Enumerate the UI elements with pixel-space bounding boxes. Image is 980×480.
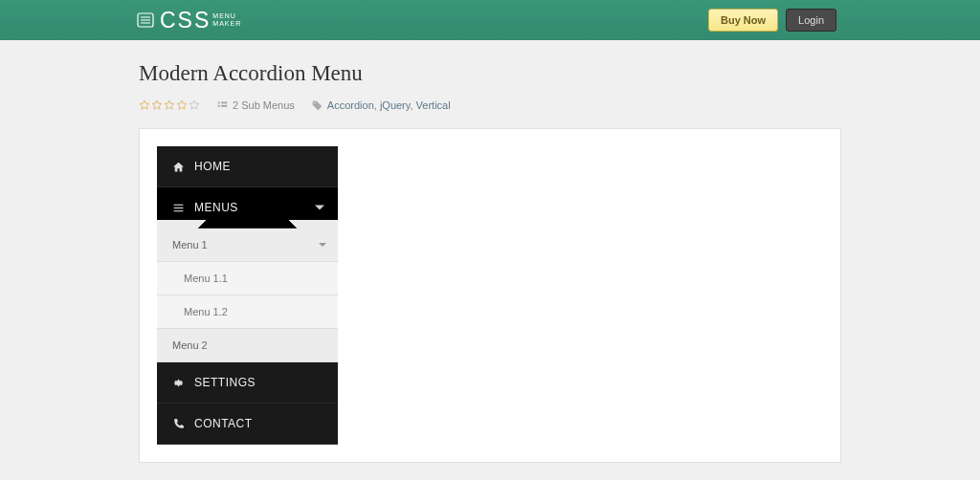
buy-now-button[interactable]: Buy Now <box>708 9 778 32</box>
phone-icon <box>172 418 185 430</box>
svg-rect-7 <box>221 104 227 106</box>
submenu: Menu 1 Menu 1.1 Menu 1.2 Menu 2 <box>157 229 338 362</box>
rating-stars[interactable] <box>139 99 200 111</box>
submenu-sub-item[interactable]: Menu 1.1 <box>157 262 338 295</box>
list-icon <box>217 100 228 111</box>
main-container: Modern Accordion Menu 2 Sub Menus Accord… <box>139 40 841 463</box>
header-buttons: Buy Now Login <box>708 9 836 32</box>
page-title: Modern Accordion Menu <box>139 61 841 86</box>
submenu-item[interactable]: Menu 1 <box>157 229 338 262</box>
menu-label: MENUS <box>194 201 238 214</box>
star-icon <box>139 99 150 111</box>
accordion-menu: HOME MENUS Menu 1 Menu 1.1 Menu 1.2 Menu… <box>157 146 338 445</box>
tag-link[interactable]: Accordion <box>327 99 374 111</box>
star-icon <box>189 99 200 111</box>
menu-item-home[interactable]: HOME <box>157 146 338 187</box>
logo[interactable]: CSS MENU MAKER <box>137 8 241 33</box>
star-icon <box>151 99 163 111</box>
tag-link[interactable]: Vertical <box>416 99 451 111</box>
submenu-label: Menu 1 <box>172 239 208 251</box>
tag-link[interactable]: jQuery <box>380 99 411 111</box>
chevron-down-icon <box>319 243 326 247</box>
logo-subtext: MENU MAKER <box>212 12 241 28</box>
site-header: CSS MENU MAKER Buy Now Login <box>0 0 980 40</box>
menu-label: CONTACT <box>194 417 253 430</box>
svg-rect-10 <box>174 210 184 211</box>
svg-rect-8 <box>174 204 184 205</box>
svg-rect-9 <box>174 207 184 207</box>
tags: Accordion, jQuery, Vertical <box>312 99 451 111</box>
chevron-down-icon <box>315 206 324 210</box>
logo-icon <box>137 11 154 29</box>
star-icon <box>164 99 175 111</box>
submenu-sub-item[interactable]: Menu 1.2 <box>157 295 338 329</box>
tag-icon <box>312 100 323 111</box>
submenu-item[interactable]: Menu 2 <box>157 329 338 362</box>
preview-card: HOME MENUS Menu 1 Menu 1.1 Menu 1.2 Menu… <box>139 128 841 463</box>
tags-list: Accordion, jQuery, Vertical <box>327 99 451 111</box>
menu-icon <box>172 202 185 214</box>
logo-text: CSS <box>160 8 211 33</box>
svg-rect-4 <box>218 101 220 103</box>
menu-item-contact[interactable]: CONTACT <box>157 404 338 445</box>
meta-row: 2 Sub Menus Accordion, jQuery, Vertical <box>139 99 841 111</box>
login-button[interactable]: Login <box>786 9 836 32</box>
menu-item-menus[interactable]: MENUS <box>157 187 338 229</box>
submenu-label: Menu 2 <box>172 339 208 351</box>
submenu-count: 2 Sub Menus <box>217 99 295 111</box>
menu-label: HOME <box>194 160 231 173</box>
svg-rect-6 <box>218 104 220 106</box>
menu-label: SETTINGS <box>194 376 256 389</box>
gear-icon <box>172 377 185 389</box>
menu-item-settings[interactable]: SETTINGS <box>157 362 338 404</box>
star-icon <box>176 99 188 111</box>
svg-rect-5 <box>221 101 227 103</box>
home-icon <box>172 161 185 173</box>
